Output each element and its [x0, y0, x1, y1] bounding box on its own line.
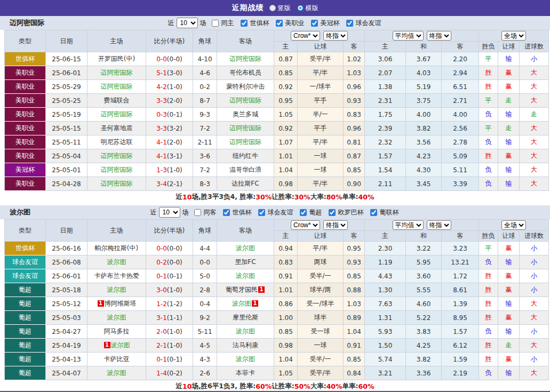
league-type-cell[interactable]: 世俱杯	[5, 242, 46, 255]
league-type-cell[interactable]: 美职业	[5, 94, 46, 108]
home-team-link[interactable]: 波尔图	[111, 341, 130, 349]
home-team-link[interactable]: 开罗国民(中)	[98, 55, 135, 62]
average-select[interactable]: 平均值	[393, 31, 424, 41]
away-team-link[interactable]: 波尔图	[236, 327, 255, 335]
league-type-cell[interactable]: 美职业	[5, 149, 46, 163]
bookmaker-select[interactable]: Crow*	[291, 31, 320, 41]
away-team-link[interactable]: 奥兰多城	[233, 110, 258, 118]
average-stage-select[interactable]: 终指	[427, 220, 451, 230]
score-cell: 0-1(0-1)	[146, 269, 193, 283]
away-team-link[interactable]: 温哥华白浪	[229, 166, 261, 173]
sub-header-8: 进球数	[520, 42, 549, 52]
league-type-cell[interactable]: 美冠杯	[5, 163, 46, 177]
home-team-link[interactable]: 迈阿密国际	[101, 83, 133, 90]
home-team-link[interactable]: 帕尔梅拉斯(中)	[95, 244, 138, 252]
league-type-cell[interactable]: 美职业	[5, 80, 46, 94]
recent-results-page: 近期战绩 竖版 横版 迈阿密国际近10场同主世俱杯美职业美冠杯球会友谊类型日期主…	[0, 0, 550, 392]
away-team-link[interactable]: 里加FC	[235, 258, 256, 266]
home-team-link[interactable]: 卡萨比亚	[104, 355, 130, 363]
home-team-link[interactable]: 波尔图	[107, 314, 126, 321]
away-team-link[interactable]: 波尔图	[236, 355, 255, 363]
league-type-cell[interactable]: 葡超	[5, 325, 46, 339]
avg-home-odds: 1.75	[365, 108, 406, 122]
league-filter-checkbox[interactable]	[329, 209, 336, 216]
near-games-select[interactable]: 10	[177, 18, 198, 28]
league-type-cell[interactable]: 美职业	[5, 108, 46, 122]
home-team-link[interactable]: 迈阿密国际	[101, 152, 133, 159]
league-type-cell[interactable]: 球会友谊	[5, 269, 46, 283]
same-venue-checkbox[interactable]	[212, 20, 219, 27]
corner-cell: 4-4	[193, 242, 217, 255]
home-team-link[interactable]: 阿马多拉	[104, 327, 130, 335]
league-filter-checkbox[interactable]	[370, 209, 377, 216]
average-stage-select[interactable]: 终指	[427, 31, 451, 41]
league-type-cell[interactable]: 葡超	[5, 297, 46, 311]
home-team-link[interactable]: 迈阿密国际	[101, 110, 133, 118]
league-type-cell[interactable]: 葡超	[5, 311, 46, 325]
away-team-link[interactable]: 葡萄牙国民	[226, 286, 258, 293]
away-team-link[interactable]: 波尔图	[236, 244, 255, 252]
away-team-link[interactable]: 法马利康	[233, 341, 258, 349]
home-team-link[interactable]: 波尔图	[107, 286, 126, 293]
away-team-link[interactable]: 迈阿密国际	[229, 55, 261, 62]
result-outcome: 负	[485, 369, 492, 377]
league-type-cell[interactable]: 葡超	[5, 353, 46, 366]
average-select[interactable]: 平均值	[393, 220, 424, 230]
league-filter-checkbox[interactable]	[241, 20, 248, 27]
home-team-link[interactable]: 波尔图	[107, 369, 126, 377]
league-filter-checkbox[interactable]	[258, 209, 265, 216]
away-team-link[interactable]: 达拉斯FC	[232, 180, 259, 187]
away-team-link[interactable]: 波尔图	[232, 300, 251, 307]
league-filter-checkbox[interactable]	[346, 20, 353, 27]
away-team-link[interactable]: 摩里伦斯	[233, 314, 258, 321]
sub-header-4: 和	[406, 231, 442, 242]
home-team-link[interactable]: 迈阿密国际	[101, 69, 133, 76]
league-type-cell[interactable]: 美职业	[5, 66, 46, 80]
radio-selected-icon[interactable]	[297, 5, 304, 11]
full-match-select[interactable]: 全场	[501, 31, 526, 41]
bookmaker-select[interactable]: Crow*	[291, 220, 320, 230]
league-type-cell[interactable]: 葡超	[5, 339, 46, 353]
result-outcome: 胜	[485, 272, 492, 279]
result-cell: 平	[479, 94, 498, 108]
away-team-link[interactable]: 波尔图	[236, 272, 255, 279]
league-type-cell[interactable]: 美职业	[5, 135, 46, 149]
away-team-link[interactable]: 迈阿密国际	[229, 124, 261, 132]
league-type-cell[interactable]: 球会友谊	[5, 255, 46, 269]
league-type-cell[interactable]: 世俱杯	[5, 52, 46, 66]
odds-home: 1.04	[274, 353, 298, 366]
near-games-select[interactable]: 10	[159, 207, 180, 218]
away-team-link[interactable]: 纽约红牛	[233, 152, 258, 159]
league-filter-checkbox[interactable]	[223, 209, 230, 216]
odds-stage-select[interactable]: 终指	[323, 31, 348, 41]
summary-segment: 大率:	[310, 382, 326, 391]
away-team-link[interactable]: 蒙特利尔冲击	[226, 83, 265, 90]
league-type-cell[interactable]: 美职业	[5, 177, 46, 191]
home-team-link[interactable]: 迈阿密国际	[101, 166, 133, 173]
same-venue-checkbox[interactable]	[194, 209, 201, 216]
league-type-cell[interactable]: 葡超	[5, 366, 46, 380]
result-handicap: 输	[506, 369, 512, 377]
away-team-link[interactable]: 哥伦布机员	[229, 69, 261, 76]
layout-option-vertical[interactable]: 竖版	[269, 4, 291, 13]
home-team-link[interactable]: 波尔图	[107, 258, 126, 266]
layout-option-horizontal[interactable]: 横版	[297, 4, 318, 13]
away-team-link[interactable]: 本菲卡	[236, 369, 255, 377]
full-match-select[interactable]: 全场	[501, 220, 526, 230]
league-filter-checkbox[interactable]	[300, 209, 307, 216]
home-team-link[interactable]: 迈阿密国际	[101, 180, 133, 187]
home-team-link[interactable]: 博阿维斯塔	[105, 300, 137, 307]
radio-unselected-icon[interactable]	[269, 5, 276, 11]
home-team-link[interactable]: 卡萨布兰卡热爱	[94, 272, 139, 279]
away-team-link[interactable]: 迈阿密国际	[229, 138, 261, 146]
league-type-cell[interactable]: 葡超	[5, 283, 46, 297]
away-team-link[interactable]: 迈阿密国际	[229, 97, 261, 104]
home-team-link[interactable]: 圣何塞地震	[101, 124, 133, 132]
league-filter-checkbox[interactable]	[276, 20, 283, 27]
league-type-cell[interactable]: 美职业	[5, 122, 46, 135]
match-row: 美职业25-05-11明尼苏达联4-1(2-0)2-11迈阿密国际1.07平/半…	[5, 135, 549, 149]
home-team-link[interactable]: 费城联合	[104, 97, 130, 104]
odds-stage-select[interactable]: 终指	[323, 220, 348, 230]
league-filter-checkbox[interactable]	[311, 20, 318, 27]
home-team-link[interactable]: 明尼苏达联	[101, 138, 133, 146]
